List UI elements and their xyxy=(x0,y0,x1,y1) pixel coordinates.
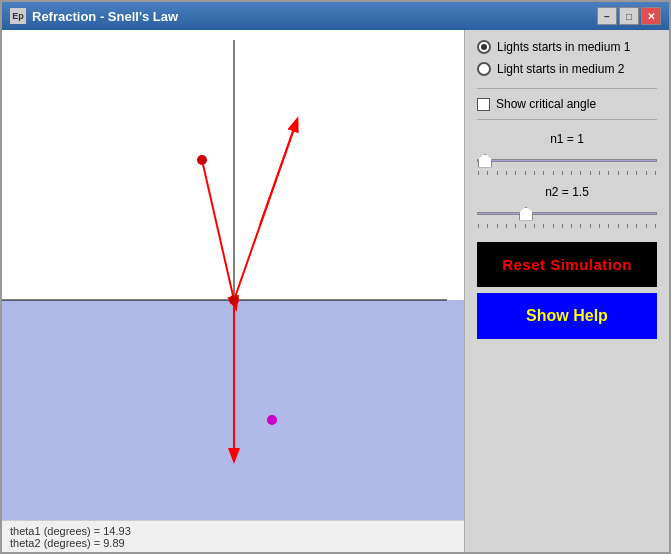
content-area: theta1 (degrees) = 14.93 theta2 (degrees… xyxy=(2,30,669,552)
n1-label: n1 = 1 xyxy=(477,132,657,146)
right-panel: Lights starts in medium 1 Light starts i… xyxy=(464,30,669,552)
radio-medium2-label: Light starts in medium 2 xyxy=(497,62,624,76)
window-title: Refraction - Snell's Law xyxy=(32,9,178,24)
svg-point-6 xyxy=(197,155,207,165)
theta2-value: theta2 (degrees) = 9.89 xyxy=(10,537,456,549)
svg-point-8 xyxy=(267,415,277,425)
n1-slider-section: n1 = 1 xyxy=(477,132,657,175)
critical-angle-label: Show critical angle xyxy=(496,97,596,111)
minimize-button[interactable]: − xyxy=(597,7,617,25)
n2-label: n2 = 1.5 xyxy=(477,185,657,199)
radio-medium1[interactable]: Lights starts in medium 1 xyxy=(477,40,657,54)
svg-line-4 xyxy=(260,120,297,225)
maximize-button[interactable]: □ xyxy=(619,7,639,25)
n1-slider[interactable] xyxy=(477,150,657,170)
n2-ticks xyxy=(477,224,657,228)
svg-point-7 xyxy=(229,295,239,305)
title-bar: Ep Refraction - Snell's Law − □ ✕ xyxy=(2,2,669,30)
close-button[interactable]: ✕ xyxy=(641,7,661,25)
radio-medium2[interactable]: Light starts in medium 2 xyxy=(477,62,657,76)
main-window: Ep Refraction - Snell's Law − □ ✕ xyxy=(0,0,671,554)
status-bar: theta1 (degrees) = 14.93 theta2 (degrees… xyxy=(2,520,464,552)
radio-medium2-indicator xyxy=(477,62,491,76)
n1-ticks xyxy=(477,171,657,175)
critical-angle-checkbox-box xyxy=(477,98,490,111)
radio-medium1-label: Lights starts in medium 1 xyxy=(497,40,630,54)
critical-angle-checkbox[interactable]: Show critical angle xyxy=(477,97,657,111)
reset-simulation-button[interactable]: Reset Simulation xyxy=(477,242,657,287)
svg-line-2 xyxy=(202,160,234,300)
window-controls: − □ ✕ xyxy=(597,7,661,25)
n2-slider[interactable] xyxy=(477,203,657,223)
divider1 xyxy=(477,88,657,89)
ray-diagram xyxy=(2,30,464,520)
radio-medium1-indicator xyxy=(477,40,491,54)
app-icon: Ep xyxy=(10,8,26,24)
medium-radio-group: Lights starts in medium 1 Light starts i… xyxy=(477,40,657,76)
divider2 xyxy=(477,119,657,120)
n2-slider-section: n2 = 1.5 xyxy=(477,185,657,228)
show-help-button[interactable]: Show Help xyxy=(477,293,657,339)
theta1-value: theta1 (degrees) = 14.93 xyxy=(10,525,456,537)
simulation-area: theta1 (degrees) = 14.93 theta2 (degrees… xyxy=(2,30,464,552)
